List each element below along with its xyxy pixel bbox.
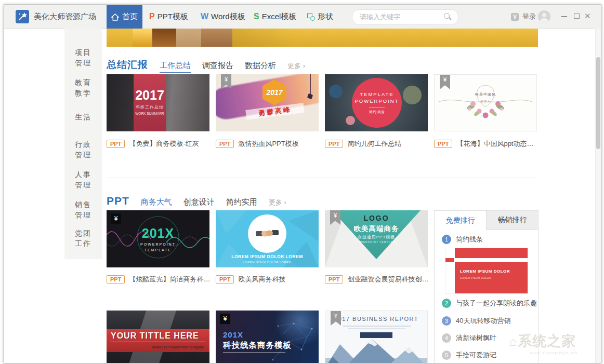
template-card-thumb[interactable]: 唯美中国风 唯美人 ¥ — [434, 74, 537, 131]
ranking-item[interactable]: 1 简约线条 — [442, 235, 483, 244]
nav-tab-shapes[interactable]: 形状 — [307, 5, 333, 29]
section-title: PPT — [107, 195, 129, 207]
ranking-item[interactable]: 2 与孩子一起分享朗读的乐趣 — [442, 299, 537, 308]
tab-work-summary[interactable]: 工作总结 — [160, 61, 191, 73]
ppt-type-badge: PPT — [216, 275, 234, 284]
tab-creative[interactable]: 创意设计 — [183, 197, 215, 209]
window-maximize-button[interactable] — [574, 14, 580, 19]
template-title[interactable]: 【免费】商务模板-红灰 — [129, 139, 199, 149]
ppt-type-badge: PPT — [325, 275, 343, 284]
sidebar-item-party[interactable]: 党团工作 — [64, 228, 102, 249]
ranking-thumb[interactable]: LOREM IPSUM DOLOR LOREM IPSUM DOLOR — [445, 248, 528, 294]
template-title[interactable]: 欧美风商务科技 — [238, 275, 285, 284]
promo-banner[interactable] — [107, 29, 538, 47]
template-card-thumb[interactable]: LOREM IPSUM DOLOR LOREM LOREM IPSUM DOLO… — [216, 210, 319, 267]
category-sidebar: 项目管理 教育教学 生活 行政管理 人事管理 销售管理 党团工作 — [64, 29, 102, 259]
window-minimize-button[interactable] — [561, 16, 567, 17]
shape-icon — [307, 13, 315, 21]
section-divider — [107, 178, 538, 178]
template-title[interactable]: 简约几何工作总结 — [347, 139, 401, 149]
nav-tab-ppt[interactable]: P PPT模板 — [149, 5, 188, 29]
ppt-type-badge: PPT — [107, 140, 125, 148]
search-box — [352, 9, 458, 25]
template-card-thumb[interactable]: 2017 BUSINESS REPORT ¥ — [325, 311, 428, 363]
word-icon: W — [201, 12, 208, 21]
section-summary-header: 总结汇报 工作总结 调查报告 数据分析 更多 › — [107, 58, 305, 73]
ppt-type-badge: PPT — [434, 140, 452, 148]
watermark-url: www.xitongzhijia.net — [530, 350, 601, 355]
rank-number: 3 — [442, 316, 451, 326]
scrollbar-track[interactable] — [595, 29, 601, 363]
handshake-icon — [256, 227, 279, 240]
login-button[interactable]: 登录 — [522, 5, 536, 29]
template-card-thumb[interactable]: LOGO 欧美高端商务 企业通用PPT模板 POWERPOINT TEMPLAT… — [325, 210, 428, 267]
ranking-panel: 免费排行 畅销排行 1 简约线条 LOREM IPSUM DOLOR LOREM… — [434, 210, 539, 363]
ppt-type-badge: PPT — [107, 275, 125, 284]
rank-number: 5 — [442, 350, 451, 360]
template-card-thumb[interactable]: 2017 年终工作总结 WORK SUMMARR — [107, 74, 209, 131]
rank-number: 4 — [442, 333, 451, 343]
app-window: 美化大师资源广场 首页 P PPT模板 W Word模板 S Excel模板 形… — [4, 4, 601, 363]
section-title: 总结汇报 — [107, 58, 148, 72]
template-card-thumb[interactable]: YOUR TITTLE HERE Business PowerPoint tem… — [107, 311, 209, 363]
scrollbar-thumb[interactable] — [596, 57, 600, 149]
paid-yen-badge: ¥ — [331, 311, 341, 326]
tab-bestseller-ranking[interactable]: 畅销排行 — [486, 211, 538, 230]
ppt-type-badge: PPT — [216, 140, 234, 148]
tab-simple[interactable]: 简约实用 — [226, 197, 257, 209]
sidebar-item-admin[interactable]: 行政管理 — [64, 139, 102, 160]
sidebar-item-sales[interactable]: 销售管理 — [64, 199, 102, 220]
nav-shapes-label: 形状 — [318, 12, 333, 22]
window-close-button[interactable]: ✕ — [584, 11, 591, 21]
vip-badge-icon[interactable]: V — [511, 13, 519, 21]
template-title[interactable]: 【炫酷蓝光】简洁商务科技... — [129, 275, 211, 284]
template-card-thumb[interactable]: 201X POWERPOINT TEMPLATE ¥ — [107, 210, 209, 267]
chevron-right-icon: › — [303, 62, 305, 70]
more-link[interactable]: 更多 › — [269, 198, 286, 207]
more-link[interactable]: 更多 › — [287, 61, 305, 71]
nav-tab-excel[interactable]: S Excel模板 — [254, 5, 296, 29]
titlebar: 美化大师资源广场 首页 P PPT模板 W Word模板 S Excel模板 形… — [4, 5, 601, 29]
nav-word-label: Word模板 — [211, 12, 245, 22]
sidebar-item-education[interactable]: 教育教学 — [64, 77, 102, 98]
excel-icon: S — [254, 12, 259, 21]
template-card-thumb[interactable]: 2017 勇攀高峰 ¥ — [216, 74, 319, 131]
chevron-right-icon: › — [284, 198, 286, 206]
nav-home-label: 首页 — [122, 12, 138, 22]
tab-survey-report[interactable]: 调查报告 — [202, 61, 233, 72]
rank-number: 2 — [442, 299, 451, 308]
tab-business[interactable]: 商务大气 — [141, 197, 172, 209]
nav-ppt-label: PPT模板 — [157, 12, 188, 22]
ppt-icon: P — [149, 12, 155, 21]
sidebar-item-project[interactable]: 项目管理 — [64, 47, 102, 68]
template-card-thumb[interactable]: TEMPLATE POWERPOINT 简约·商务 — [325, 74, 428, 131]
ppt-type-badge: PPT — [325, 140, 343, 148]
sidebar-item-life[interactable]: 生活 — [64, 112, 102, 122]
ranking-item[interactable]: 3 40天玩转移动营销 — [442, 316, 510, 326]
tab-data-analysis[interactable]: 数据分析 — [245, 61, 276, 72]
ranking-item[interactable]: 5 手绘可爱游记 — [442, 350, 496, 360]
search-input[interactable] — [352, 10, 443, 23]
nav-excel-label: Excel模板 — [262, 12, 297, 22]
rank-number: 1 — [442, 235, 451, 244]
avatar[interactable] — [538, 10, 550, 23]
home-icon — [111, 14, 119, 21]
template-title[interactable]: 【花海】中国风ppt动态模板 — [456, 139, 539, 149]
template-title[interactable]: 创业融资会展贸易科技创新... — [347, 275, 429, 284]
mountains-graphic — [325, 337, 427, 363]
nav-tab-home[interactable]: 首页 — [107, 5, 142, 29]
tab-free-ranking[interactable]: 免费排行 — [435, 211, 486, 230]
app-logo-icon — [16, 10, 29, 23]
template-title[interactable]: 激情热血风PPT模板 — [238, 139, 298, 149]
ranking-item[interactable]: 4 清新绿树飘叶 — [442, 333, 496, 343]
search-icon[interactable] — [444, 13, 452, 21]
sidebar-item-hr[interactable]: 人事管理 — [64, 169, 102, 190]
paid-yen-badge: ¥ — [220, 314, 230, 324]
nav-tab-word[interactable]: W Word模板 — [201, 5, 245, 29]
section-ppt-header: PPT 商务大气 创意设计 简约实用 更多 › — [107, 195, 286, 209]
app-title: 美化大师资源广场 — [34, 5, 96, 29]
template-card-thumb[interactable]: 201X 科技线条商务模板 ¥ — [216, 311, 319, 363]
paid-yen-badge: ¥ — [111, 213, 121, 224]
